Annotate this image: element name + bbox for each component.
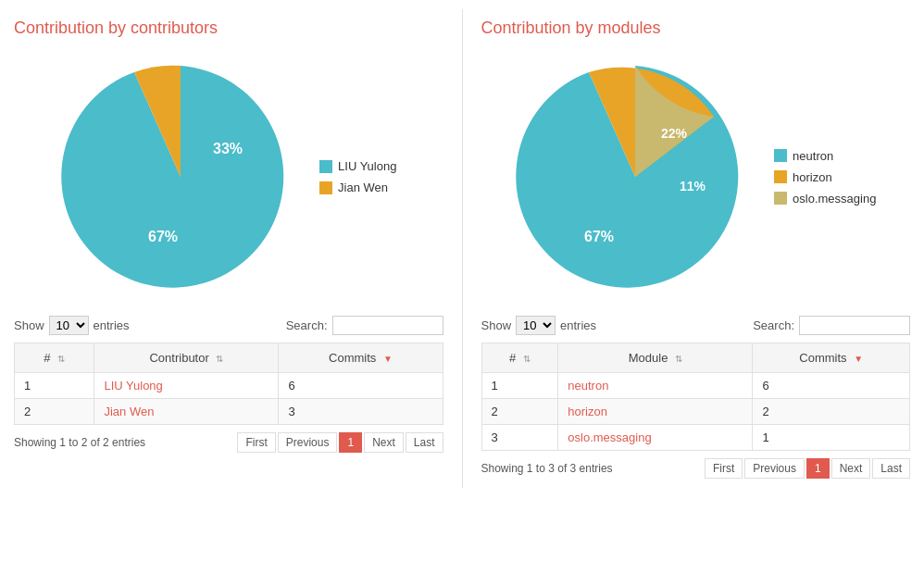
left-panel-title: Contribution by contributors bbox=[14, 19, 443, 38]
legend-color-jian bbox=[319, 181, 332, 194]
row-num: 1 bbox=[481, 373, 558, 399]
legend-item-horizon: horizon bbox=[774, 170, 876, 184]
legend-label-neutron: neutron bbox=[793, 149, 833, 163]
right-show-select[interactable]: 10 25 50 bbox=[516, 316, 556, 335]
module-link[interactable]: horizon bbox=[568, 405, 607, 418]
legend-label-liu: LIU Yulong bbox=[338, 159, 396, 173]
table-row: 1 neutron 6 bbox=[481, 373, 910, 399]
row-commits: 1 bbox=[753, 425, 910, 451]
svg-text:22%: 22% bbox=[661, 126, 688, 141]
right-col-num[interactable]: # ⇅ bbox=[481, 343, 558, 373]
legend-item-jian: Jian Wen bbox=[319, 181, 396, 194]
right-page1-btn[interactable]: 1 bbox=[806, 458, 830, 479]
right-prev-btn[interactable]: Previous bbox=[744, 458, 805, 479]
sort-icon-commits: ▼ bbox=[383, 354, 393, 364]
left-legend: LIU Yulong Jian Wen bbox=[319, 159, 396, 194]
row-num: 1 bbox=[15, 373, 94, 399]
panel-divider bbox=[462, 9, 463, 488]
left-panel: Contribution by contributors 67% 33% LIU… bbox=[0, 9, 457, 488]
right-search-label: Search: bbox=[753, 318, 794, 332]
legend-color-neutron bbox=[774, 149, 787, 162]
right-show-label: Show bbox=[481, 318, 512, 332]
left-chart-area: 67% 33% LIU Yulong Jian Wen bbox=[14, 47, 443, 316]
svg-text:11%: 11% bbox=[680, 179, 706, 193]
left-last-btn[interactable]: Last bbox=[406, 432, 443, 453]
table-row: 3 oslo.messaging 1 bbox=[481, 425, 910, 451]
legend-item-liu: LIU Yulong bbox=[319, 159, 396, 173]
contributor-link[interactable]: LIU Yulong bbox=[104, 379, 162, 393]
sort-icon-contributor: ⇅ bbox=[216, 354, 223, 364]
left-prev-btn[interactable]: Previous bbox=[278, 432, 338, 453]
right-search-input[interactable] bbox=[799, 316, 910, 335]
row-num: 2 bbox=[15, 399, 94, 425]
svg-text:33%: 33% bbox=[213, 141, 243, 156]
legend-label-jian: Jian Wen bbox=[338, 181, 388, 194]
row-module: horizon bbox=[558, 399, 753, 425]
legend-label-horizon: horizon bbox=[793, 170, 832, 184]
row-num: 2 bbox=[481, 399, 558, 425]
right-panel-title: Contribution by modules bbox=[481, 19, 911, 38]
right-pagination: First Previous 1 Next Last bbox=[705, 458, 910, 479]
legend-color-oslo bbox=[774, 192, 787, 205]
right-sort-icon-commits: ▼ bbox=[854, 354, 863, 364]
right-table-controls: Show 10 25 50 entries Search: bbox=[481, 316, 911, 335]
right-first-btn[interactable]: First bbox=[705, 458, 743, 479]
left-show-controls: Show 10 25 50 entries bbox=[14, 316, 130, 335]
svg-text:67%: 67% bbox=[148, 229, 178, 244]
left-entries-label: entries bbox=[94, 318, 130, 332]
svg-text:67%: 67% bbox=[584, 229, 614, 244]
row-commits: 6 bbox=[279, 373, 443, 399]
module-link[interactable]: oslo.messaging bbox=[568, 430, 651, 444]
right-show-controls: Show 10 25 50 entries bbox=[481, 316, 597, 335]
right-chart-area: 67% 22% 11% neutron horizon oslo.messagi… bbox=[481, 47, 911, 316]
row-contributor: Jian Wen bbox=[94, 399, 279, 425]
legend-label-oslo: oslo.messaging bbox=[793, 192, 876, 206]
right-table: # ⇅ Module ⇅ Commits ▼ 1 neutron 6 bbox=[481, 343, 911, 451]
legend-color-horizon bbox=[774, 170, 787, 183]
module-link[interactable]: neutron bbox=[568, 379, 608, 393]
left-table: # ⇅ Contributor ⇅ Commits ▼ 1 LIU Yulong bbox=[14, 343, 443, 425]
left-col-num[interactable]: # ⇅ bbox=[15, 343, 94, 373]
legend-item-oslo: oslo.messaging bbox=[774, 192, 876, 206]
left-col-commits[interactable]: Commits ▼ bbox=[279, 343, 443, 373]
right-table-footer: Showing 1 to 3 of 3 entries First Previo… bbox=[481, 458, 911, 479]
right-sort-icon-num: ⇅ bbox=[523, 354, 531, 364]
row-commits: 6 bbox=[753, 373, 910, 399]
left-table-footer: Showing 1 to 2 of 2 entries First Previo… bbox=[14, 432, 443, 453]
left-show-label: Show bbox=[14, 318, 44, 332]
left-col-contributor[interactable]: Contributor ⇅ bbox=[94, 343, 279, 373]
legend-item-neutron: neutron bbox=[774, 149, 876, 163]
left-footer-info: Showing 1 to 2 of 2 entries bbox=[14, 436, 145, 449]
sort-icon-num: ⇅ bbox=[57, 354, 65, 364]
left-pagination: First Previous 1 Next Last bbox=[237, 432, 443, 453]
row-commits: 3 bbox=[279, 399, 443, 425]
right-col-commits[interactable]: Commits ▼ bbox=[753, 343, 910, 373]
right-sort-icon-module: ⇅ bbox=[675, 354, 682, 364]
table-row: 2 Jian Wen 3 bbox=[15, 399, 443, 425]
right-last-btn[interactable]: Last bbox=[872, 458, 910, 479]
left-search-controls: Search: bbox=[286, 316, 443, 335]
left-next-btn[interactable]: Next bbox=[364, 432, 404, 453]
table-row: 1 LIU Yulong 6 bbox=[15, 373, 443, 399]
left-pie-chart: 67% 33% bbox=[60, 56, 301, 297]
right-search-controls: Search: bbox=[753, 316, 910, 335]
left-show-select[interactable]: 10 25 50 bbox=[49, 316, 89, 335]
right-panel: Contribution by modules 67% 22% 11% bbox=[468, 9, 925, 488]
row-contributor: LIU Yulong bbox=[94, 373, 279, 399]
right-footer-info: Showing 1 to 3 of 3 entries bbox=[481, 462, 613, 475]
row-num: 3 bbox=[481, 425, 558, 451]
right-entries-label: entries bbox=[560, 318, 596, 332]
left-page1-btn[interactable]: 1 bbox=[339, 432, 362, 453]
table-row: 2 horizon 2 bbox=[481, 399, 910, 425]
legend-color-liu bbox=[319, 160, 332, 173]
left-search-input[interactable] bbox=[332, 316, 443, 335]
right-pie-chart: 67% 22% 11% bbox=[515, 56, 755, 297]
right-legend: neutron horizon oslo.messaging bbox=[774, 149, 876, 206]
contributor-link[interactable]: Jian Wen bbox=[104, 405, 154, 418]
row-module: neutron bbox=[558, 373, 753, 399]
right-col-module[interactable]: Module ⇅ bbox=[558, 343, 753, 373]
row-module: oslo.messaging bbox=[558, 425, 753, 451]
right-next-btn[interactable]: Next bbox=[831, 458, 871, 479]
left-first-btn[interactable]: First bbox=[237, 432, 275, 453]
left-table-controls: Show 10 25 50 entries Search: bbox=[14, 316, 443, 335]
